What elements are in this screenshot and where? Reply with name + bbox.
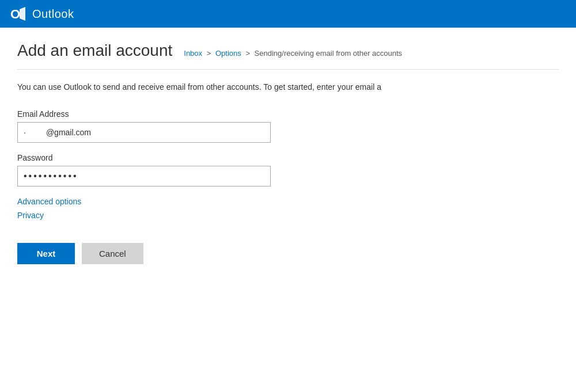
outlook-logo: O Outlook [9, 5, 74, 23]
app-name: Outlook [32, 7, 74, 21]
outlook-logo-icon: O [9, 5, 28, 23]
page-title: Add an email account [17, 41, 172, 60]
password-form-group: Password [17, 153, 305, 187]
top-bar: O Outlook [0, 0, 576, 28]
email-label: Email Address [17, 109, 305, 119]
cancel-button[interactable]: Cancel [82, 243, 143, 264]
password-input[interactable] [17, 166, 271, 187]
password-label: Password [17, 153, 305, 162]
breadcrumb-current: Sending/receiving email from other accou… [255, 49, 403, 58]
advanced-options-link[interactable]: Advanced options [17, 197, 559, 206]
links-section: Advanced options Privacy [17, 197, 559, 220]
next-button[interactable]: Next [17, 243, 75, 264]
breadcrumb: Inbox > Options > Sending/receiving emai… [184, 49, 402, 58]
email-input[interactable] [17, 122, 271, 143]
header-row: Add an email account Inbox > Options > S… [17, 41, 559, 70]
form-section: Email Address Password [17, 109, 305, 187]
buttons-section: Next Cancel [17, 243, 559, 264]
svg-marker-2 [20, 7, 25, 21]
svg-text:O: O [10, 7, 20, 21]
description-text: You can use Outlook to send and receive … [17, 81, 559, 93]
breadcrumb-inbox[interactable]: Inbox [184, 49, 202, 58]
breadcrumb-sep2: > [245, 49, 250, 58]
main-content: Add an email account Inbox > Options > S… [0, 28, 576, 278]
privacy-link[interactable]: Privacy [17, 211, 559, 220]
breadcrumb-options[interactable]: Options [215, 49, 241, 58]
breadcrumb-sep1: > [207, 49, 211, 58]
email-form-group: Email Address [17, 109, 305, 143]
